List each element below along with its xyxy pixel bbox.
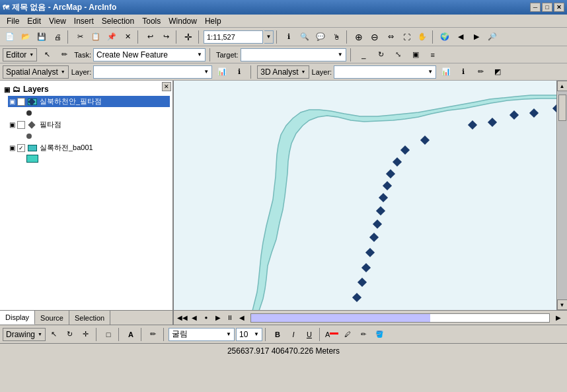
select-by-button[interactable]: 🖱 <box>329 30 344 44</box>
layer2-dropdown[interactable]: ▼ <box>334 65 436 79</box>
new-button[interactable]: 📄 <box>3 30 17 44</box>
target-dropdown[interactable]: ▼ <box>241 48 346 61</box>
zoom-full-button[interactable]: ⛶ <box>399 30 414 44</box>
fill-color-button[interactable]: 🪣 <box>372 327 387 342</box>
globe-button[interactable]: 🌍 <box>437 30 452 44</box>
rect-draw-button[interactable]: □ <box>101 327 116 342</box>
map-tips-button[interactable]: 💬 <box>313 30 328 44</box>
back-button[interactable]: ◀ <box>453 30 468 44</box>
layer-info-button[interactable]: ℹ <box>232 65 246 79</box>
delete-button[interactable]: ✕ <box>120 30 135 44</box>
scale-dropdown[interactable]: ▼ <box>264 30 274 44</box>
union-button[interactable]: ▣ <box>408 48 423 62</box>
font-color-button[interactable]: A <box>324 327 339 342</box>
scale-input[interactable]: 1:11,527 <box>204 30 263 44</box>
menu-window[interactable]: Window <box>165 16 201 26</box>
tab-display[interactable]: Display <box>0 311 35 325</box>
bold-button[interactable]: B <box>270 327 285 342</box>
scale-tool-button[interactable]: ⤡ <box>391 48 406 62</box>
zoom-in-button[interactable]: ⊕ <box>352 30 366 44</box>
size-dropdown[interactable]: 10 ▼ <box>236 328 262 341</box>
find-button[interactable]: 🔍 <box>297 30 312 44</box>
layer1-expand[interactable]: ▣ <box>9 98 15 105</box>
task-dropdown[interactable]: Create New Feature ▼ <box>93 48 206 61</box>
zoom-out-button[interactable]: ⊖ <box>367 30 382 44</box>
pan2-button[interactable]: ✋ <box>415 30 430 44</box>
3d-extra-button[interactable]: ◩ <box>490 65 505 79</box>
draw-pencil-button[interactable]: ✏ <box>146 327 161 342</box>
map-scrollbar-vertical[interactable]: ▲ ▼ <box>556 81 567 310</box>
forward-button[interactable]: ▶ <box>469 30 484 44</box>
layer3-expand[interactable]: ▣ <box>9 144 15 151</box>
menu-tools[interactable]: Tools <box>138 16 165 26</box>
tab-source[interactable]: Source <box>35 311 69 325</box>
3d-edit-button[interactable]: ✏ <box>473 65 488 79</box>
last-page-button[interactable]: ◀ <box>236 312 248 324</box>
sketch-tool-button[interactable]: ⎯ <box>357 48 371 62</box>
histogram-button[interactable]: 📊 <box>215 65 229 79</box>
menu-file[interactable]: File <box>3 16 23 26</box>
toc-close-button[interactable]: ✕ <box>162 82 171 91</box>
font-dropdown[interactable]: 굴림 ▼ <box>169 328 235 341</box>
print-button[interactable]: 🖨 <box>50 30 65 44</box>
layer-row-2[interactable]: ▣ 필타점 <box>8 119 170 130</box>
rotate-button[interactable]: ↻ <box>374 48 389 62</box>
undo-button[interactable]: ↩ <box>143 30 157 44</box>
menu-edit[interactable]: Edit <box>23 16 45 26</box>
menu-selection[interactable]: Selection <box>98 16 138 26</box>
spatial-analyst-dropdown[interactable]: Spatial Analyst <box>3 65 69 79</box>
highlight-button[interactable]: 🖊 <box>340 327 355 342</box>
underline-button[interactable]: U <box>302 327 317 342</box>
identify-button[interactable]: ℹ <box>282 30 296 44</box>
italic-button[interactable]: I <box>286 327 301 342</box>
open-button[interactable]: 📂 <box>19 30 33 44</box>
cut-button[interactable]: ✂ <box>73 30 87 44</box>
menu-view[interactable]: View <box>45 16 70 26</box>
3d-histogram-button[interactable]: 📊 <box>439 65 453 79</box>
layers-expand[interactable]: ▣ <box>4 86 10 93</box>
maximize-button[interactable]: □ <box>542 3 552 12</box>
redo-button[interactable]: ↪ <box>159 30 173 44</box>
scroll-up-button[interactable]: ▲ <box>557 81 568 91</box>
move-button[interactable]: ✛ <box>79 327 93 342</box>
layer-row-3[interactable]: ▣ 실록하전_ba001 <box>8 142 170 153</box>
3d-analyst-dropdown[interactable]: 3D Analyst <box>257 65 309 79</box>
editor-dropdown[interactable]: Editor <box>3 48 37 61</box>
layer2-checkbox[interactable] <box>17 121 25 129</box>
menu-insert[interactable]: Insert <box>70 16 98 26</box>
layer1-checkbox[interactable] <box>17 98 25 106</box>
layer-row-1[interactable]: ▣ 실북하천안_필타점 <box>8 96 170 107</box>
map-area[interactable] <box>174 81 556 310</box>
scroll-thumb-v[interactable] <box>558 95 566 121</box>
menu-help[interactable]: Help <box>201 16 225 26</box>
add-data-button[interactable]: ✛ <box>181 30 196 44</box>
layer3-checkbox[interactable] <box>17 144 25 152</box>
scroll-right-button[interactable]: ▶ <box>552 312 564 324</box>
layer-dropdown[interactable]: ▼ <box>93 65 212 79</box>
tab-selection[interactable]: Selection <box>69 311 110 325</box>
scroll-down-button[interactable]: ▼ <box>557 299 568 310</box>
3d-layer-info-button[interactable]: ℹ <box>456 65 471 79</box>
line-color-button[interactable]: ✏ <box>356 327 371 342</box>
scroll-track-v[interactable] <box>558 91 567 299</box>
layer2-expand[interactable]: ▣ <box>9 121 15 128</box>
close-button[interactable]: ✕ <box>554 3 564 12</box>
edit-select-button[interactable]: ↖ <box>40 48 54 62</box>
first-page-button[interactable]: ◀◀ <box>176 312 188 324</box>
play-button[interactable]: ▶ <box>212 312 224 324</box>
edit-pencil-button[interactable]: ✏ <box>57 48 71 62</box>
save-button[interactable]: 💾 <box>34 30 49 44</box>
pause-button[interactable]: ⏸ <box>224 312 236 324</box>
draw-select-button[interactable]: ↖ <box>47 327 61 342</box>
window-controls[interactable]: ─ □ ✕ <box>530 3 564 12</box>
prev-page-button[interactable]: ◀ <box>188 312 200 324</box>
text-button[interactable]: A <box>124 327 138 342</box>
rotate-draw-button[interactable]: ↻ <box>63 327 77 342</box>
magnify-button[interactable]: 🔎 <box>485 30 500 44</box>
drawing-dropdown[interactable]: Drawing <box>3 328 46 341</box>
paste-button[interactable]: 📌 <box>104 30 119 44</box>
attributes-button[interactable]: ≡ <box>426 48 440 62</box>
minimize-button[interactable]: ─ <box>530 3 541 12</box>
pan-button[interactable]: ⇔ <box>383 30 398 44</box>
copy-button[interactable]: 📋 <box>89 30 103 44</box>
